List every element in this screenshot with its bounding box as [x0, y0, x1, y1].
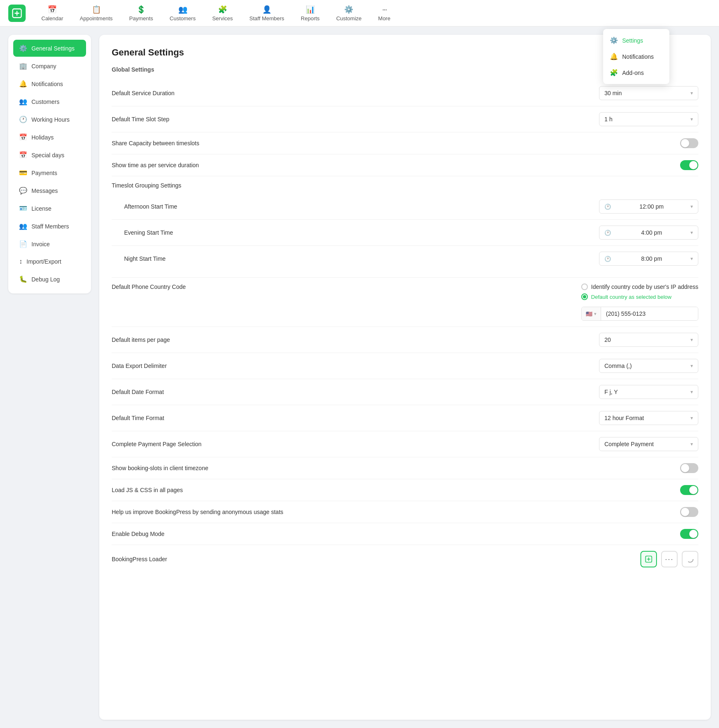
sidebar-special-days-label: Special days — [31, 152, 64, 159]
time-format-select[interactable]: 12 hour Format ▾ — [599, 411, 698, 425]
sidebar-debug-label: Debug Log — [31, 276, 60, 283]
sidebar-item-debug-log[interactable]: 🐛 Debug Log — [13, 271, 86, 288]
reports-icon: 📊 — [306, 5, 315, 14]
sidebar-item-special-days[interactable]: 📅 Special days — [13, 147, 86, 163]
sidebar-item-payments[interactable]: 💳 Payments — [13, 164, 86, 181]
sidebar-staff-label: Staff Members — [31, 223, 69, 230]
show-time-service-toggle[interactable] — [680, 160, 698, 170]
nav-staff-members[interactable]: 👤 Staff Members — [242, 2, 292, 25]
default-time-slot-step-select[interactable]: 1 h ▾ — [599, 112, 698, 126]
nav-services-label: Services — [212, 15, 233, 22]
chevron-down-icon: ▾ — [690, 204, 693, 209]
client-timezone-toggle[interactable] — [680, 463, 698, 473]
main-container: ⚙️ General Settings 🏢 Company 🔔 Notifica… — [0, 26, 719, 728]
sidebar-working-hours-label: Working Hours — [31, 116, 70, 123]
svg-point-2 — [687, 556, 693, 562]
nav-customize[interactable]: ⚙️ Customize — [329, 2, 369, 25]
sidebar-item-holidays[interactable]: 📅 Holidays — [13, 129, 86, 146]
nav-appointments[interactable]: 📋 Appointments — [72, 2, 120, 25]
items-per-page-label: Default items per page — [112, 336, 170, 343]
toggle-knob — [689, 530, 697, 538]
chevron-flag-icon: ▾ — [594, 311, 597, 317]
radio-circle-ip — [581, 284, 588, 290]
phone-number-input[interactable] — [601, 307, 698, 320]
loader-options: ··· — [640, 551, 698, 567]
license-icon: 🪪 — [19, 204, 27, 212]
night-start-value: 8:00 pm — [641, 255, 662, 262]
dropdown-settings[interactable]: ⚙️ Settings — [603, 32, 669, 48]
addons-dropdown-icon: 🧩 — [610, 69, 618, 77]
setting-complete-payment: Complete Payment Page Selection Complete… — [112, 431, 698, 457]
night-start-select[interactable]: 🕐 8:00 pm ▾ — [599, 252, 698, 266]
sidebar-item-notifications[interactable]: 🔔 Notifications — [13, 75, 86, 92]
debug-mode-toggle[interactable] — [680, 529, 698, 539]
sidebar-messages-label: Messages — [31, 187, 58, 194]
anonymous-usage-label: Help us improve BookingPress by sending … — [112, 509, 283, 515]
setting-afternoon-start: Afternoon Start Time 🕐 12:00 pm ▾ — [112, 194, 698, 220]
nav-services[interactable]: 🧩 Services — [205, 2, 240, 25]
sidebar-item-general-settings[interactable]: ⚙️ General Settings — [13, 40, 86, 57]
nav-more[interactable]: ··· More — [371, 1, 398, 25]
phone-flag-selector[interactable]: 🇺🇸 ▾ — [582, 307, 601, 320]
dropdown-addons[interactable]: 🧩 Add-ons — [603, 65, 669, 81]
customers-nav-icon: 👥 — [178, 5, 187, 14]
share-capacity-toggle[interactable] — [680, 138, 698, 148]
staff-nav-icon: 👤 — [262, 5, 271, 14]
setting-client-timezone: Show booking-slots in client timezone — [112, 457, 698, 479]
loader-option-spinner[interactable] — [682, 551, 698, 567]
nav-reports[interactable]: 📊 Reports — [293, 2, 327, 25]
sidebar-item-invoice[interactable]: 📄 Invoice — [13, 235, 86, 252]
default-time-slot-step-label: Default Time Slot Step — [112, 116, 169, 123]
chevron-down-icon: ▾ — [690, 415, 693, 421]
sidebar-item-license[interactable]: 🪪 License — [13, 200, 86, 217]
phone-input-field[interactable]: 🇺🇸 ▾ — [581, 307, 698, 321]
toggle-knob — [689, 161, 697, 169]
notifications-icon: 🔔 — [19, 80, 27, 88]
nav-reports-label: Reports — [301, 15, 320, 22]
sidebar-item-import-export[interactable]: ↕️ Import/Export — [13, 253, 86, 270]
clock-icon: 🕐 — [604, 230, 611, 236]
sidebar-item-staff[interactable]: 👥 Staff Members — [13, 218, 86, 235]
sidebar-item-customers[interactable]: 👥 Customers — [13, 93, 86, 110]
holidays-icon: 📅 — [19, 133, 27, 141]
nav-payments[interactable]: 💲 Payments — [122, 2, 161, 25]
evening-start-select[interactable]: 🕐 4:00 pm ▾ — [599, 226, 698, 240]
app-logo[interactable] — [8, 5, 26, 22]
nav-customers[interactable]: 👥 Customers — [162, 2, 203, 25]
sidebar-invoice-label: Invoice — [31, 241, 50, 247]
customize-icon: ⚙️ — [344, 5, 353, 14]
sidebar-item-company[interactable]: 🏢 Company — [13, 58, 86, 74]
default-service-duration-value: 30 min — [604, 90, 622, 96]
nav-calendar[interactable]: 📅 Calendar — [34, 2, 71, 25]
radio-default-country[interactable]: Default country as selected below — [581, 293, 698, 300]
afternoon-start-label: Afternoon Start Time — [124, 203, 177, 210]
data-export-delimiter-select[interactable]: Comma (,) ▾ — [599, 359, 698, 373]
complete-payment-label: Complete Payment Page Selection — [112, 441, 201, 447]
anonymous-usage-toggle[interactable] — [680, 507, 698, 517]
chevron-down-icon: ▾ — [690, 441, 693, 447]
date-format-value: F j, Y — [604, 389, 618, 395]
sidebar-company-label: Company — [31, 63, 56, 70]
sidebar-general-label: General Settings — [31, 45, 74, 52]
setting-show-time-service: Show time as per service duration — [112, 154, 698, 176]
setting-night-start: Night Start Time 🕐 8:00 pm ▾ — [112, 246, 698, 271]
default-service-duration-select[interactable]: 30 min ▾ — [599, 86, 698, 100]
afternoon-start-select[interactable]: 🕐 12:00 pm ▾ — [599, 199, 698, 214]
sidebar-item-working-hours[interactable]: 🕐 Working Hours — [13, 111, 86, 128]
date-format-select[interactable]: F j, Y ▾ — [599, 385, 698, 399]
sidebar-item-messages[interactable]: 💬 Messages — [13, 182, 86, 199]
toggle-knob — [681, 139, 689, 147]
sidebar-license-label: License — [31, 205, 51, 212]
loader-option-logo[interactable] — [640, 551, 657, 567]
items-per-page-select[interactable]: 20 ▾ — [599, 333, 698, 347]
nav-more-label: More — [378, 15, 391, 22]
sidebar-notifications-label: Notifications — [31, 81, 63, 87]
dropdown-settings-label: Settings — [622, 37, 643, 44]
radio-ip-address[interactable]: Identify country code by user's IP addre… — [581, 284, 698, 290]
loader-option-dots[interactable]: ··· — [661, 551, 678, 567]
top-nav: 📅 Calendar 📋 Appointments 💲 Payments 👥 C… — [0, 0, 719, 26]
load-js-css-toggle[interactable] — [680, 485, 698, 495]
complete-payment-select[interactable]: Complete Payment ▾ — [599, 437, 698, 451]
setting-bookingpress-loader: BookingPress Loader ··· — [112, 545, 698, 573]
dropdown-notifications[interactable]: 🔔 Notifications — [603, 48, 669, 65]
